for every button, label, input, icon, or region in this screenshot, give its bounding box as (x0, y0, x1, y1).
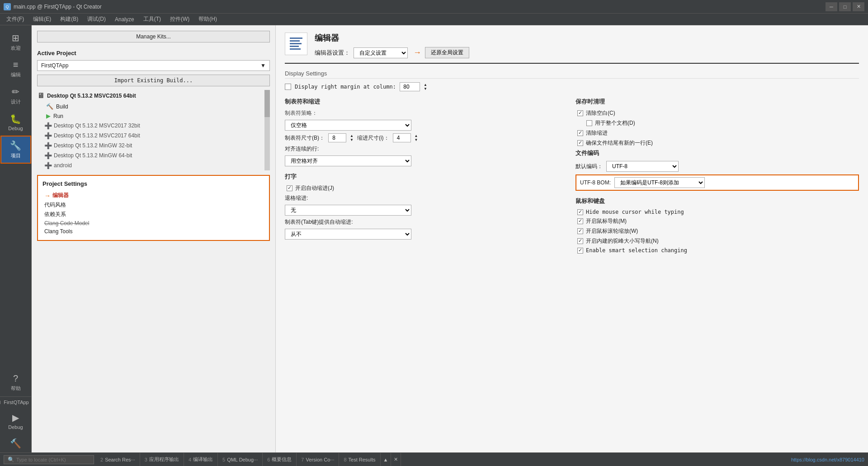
display-margin-checkbox[interactable] (285, 84, 291, 90)
settings-label-clang-tools: Clang Tools (44, 228, 72, 235)
menu-tools[interactable]: 工具(T) (139, 14, 165, 24)
kit-scroll-thumb[interactable] (264, 90, 270, 117)
menu-debug[interactable]: 调试(D) (83, 14, 110, 24)
auto-indent-row: 开启自动缩进(J) (285, 184, 568, 192)
maximize-button[interactable]: □ (839, 2, 851, 11)
status-tab-buildout[interactable]: 4 编译输出 (184, 453, 218, 466)
status-close-btn[interactable]: ✕ (391, 453, 401, 466)
search-input[interactable] (16, 457, 84, 462)
status-tab-summary[interactable]: 6 概要信息 (263, 453, 297, 466)
tab-label-version: Version Co··· (306, 457, 334, 462)
smart-selection-checkbox[interactable] (577, 248, 583, 254)
manage-kits-button[interactable]: Manage Kits... (37, 31, 270, 42)
backspace-label: 退格缩进: (285, 194, 308, 202)
tab-size-label: 制表符尺寸(B)： (285, 134, 325, 142)
kit-sub-5[interactable]: ➕ android (37, 160, 261, 170)
status-tab-qml[interactable]: 5 QML Debug··· (218, 453, 263, 466)
utf8bom-row: UTF-8 BOM: 如果编码是UTF-8则添加 (576, 174, 859, 191)
kit-sub-3[interactable]: ➕ Desktop Qt 5.13.2 MinGW 32-bit (37, 141, 261, 151)
entire-doc-checkbox[interactable] (586, 120, 592, 126)
tab-label-appout: 应用程序输出 (149, 456, 179, 463)
kit-scrollbar[interactable] (264, 90, 270, 170)
project-dropdown[interactable]: FirstQTApp ▼ (37, 60, 270, 71)
save-clean-section: 保存时清理 清除空白(C) 用于整个文档(D) 清除缩进 (576, 98, 859, 147)
display-margin-spinbox[interactable] (400, 82, 420, 91)
hide-mouse-checkbox[interactable] (577, 209, 583, 215)
kit-sub-label-3: Desktop Qt 5.13.2 MinGW 32-bit (54, 142, 132, 149)
close-button[interactable]: ✕ (853, 2, 864, 11)
ensure-newline-checkbox[interactable] (577, 140, 583, 146)
kit-build-item[interactable]: 🔨 Build (37, 102, 261, 111)
sidebar-item-welcome[interactable]: ⊞ 欢迎 (0, 29, 31, 55)
menu-edit[interactable]: 编辑(E) (28, 14, 56, 24)
mouse-nav-checkbox[interactable] (577, 218, 583, 224)
sidebar-item-debug[interactable]: 🐛 Debug (0, 110, 31, 135)
camelcase-checkbox[interactable] (577, 238, 583, 244)
tab-auto-select[interactable]: 从不 (285, 229, 411, 240)
statusbar-left: 🔍 2 Search Res··· 3 应用程序输出 4 编译输出 5 QML … (4, 453, 401, 466)
indent-size-spinbox[interactable] (393, 133, 411, 142)
utf8bom-select[interactable]: 如果编码是UTF-8则添加 (614, 177, 705, 188)
tab-policy-label: 制表符策略： (285, 109, 321, 117)
status-tab-tests[interactable]: 8 Test Results (339, 453, 380, 466)
sidebar-item-edit[interactable]: ≡ 编辑 (0, 56, 31, 82)
tab-num-8: 8 (344, 457, 346, 462)
kit-sub-4[interactable]: ➕ Desktop Qt 5.13.2 MinGW 64-bit (37, 151, 261, 160)
sidebar-item-debug2[interactable]: ▶ Debug (0, 409, 31, 433)
import-existing-build-button[interactable]: Import Existing Build... (37, 75, 270, 86)
settings-label-deps: 依赖关系 (44, 211, 66, 218)
hide-mouse-row: Hide mouse cursor while typing (576, 209, 859, 215)
settings-item-deps[interactable]: 依赖关系 (42, 210, 264, 219)
menu-build[interactable]: 构建(B) (56, 14, 83, 24)
status-expand-btn[interactable]: ▲ (381, 453, 392, 466)
mouse-wheel-label: 开启鼠标滚轮缩放(W) (586, 227, 638, 235)
status-tab-version[interactable]: 7 Version Co··· (297, 453, 339, 466)
auto-indent-checkbox[interactable] (287, 185, 292, 191)
sidebar-item-design[interactable]: ✏ 设计 (0, 83, 31, 109)
spinbox-arrows2-icon: ▲▼ (350, 134, 354, 142)
kit-sub-label-1: Desktop Qt 5.13.2 MSVC2017 32bit (54, 122, 140, 129)
tab-num-5: 5 (222, 457, 225, 462)
settings-item-clang-model[interactable]: Clang Code Model (42, 219, 264, 227)
status-tab-search[interactable]: 2 Search Res··· (96, 453, 140, 466)
tab-size-spinbox[interactable] (328, 133, 346, 142)
sidebar: ⊞ 欢迎 ≡ 编辑 ✏ 设计 🐛 Debug 🔧 项目 ? 帮助 🖥 First… (0, 25, 32, 452)
clean-indent-checkbox[interactable] (577, 130, 583, 136)
search-box[interactable]: 🔍 (4, 455, 94, 464)
sidebar-item-help[interactable]: ? 帮助 (0, 370, 31, 395)
default-encoding-select[interactable]: UTF-8 (606, 161, 679, 172)
settings-item-editor[interactable]: → 编辑器 (42, 191, 264, 200)
clean-whitespace-checkbox[interactable] (577, 110, 583, 116)
settings-item-codestyle[interactable]: 代码风格 (42, 200, 264, 210)
sidebar-item-build2[interactable]: 🔨 (0, 434, 31, 452)
kit-sub-2[interactable]: ➕ Desktop Qt 5.13.2 MSVC2017 64bit (37, 131, 261, 141)
default-encoding-label: 默认编码： (576, 163, 603, 170)
status-tab-appout[interactable]: 3 应用程序输出 (140, 453, 184, 466)
spinbox-arrows3-icon: ▲▼ (415, 134, 418, 142)
minimize-button[interactable]: ─ (826, 2, 837, 11)
settings-arrow-icon: → (44, 192, 51, 199)
statusbar-url[interactable]: https://blog.csdn.net/x879014410 (791, 457, 864, 462)
tab-policy-select[interactable]: 仅空格 (285, 120, 411, 131)
kit-sub-label-5: android (54, 162, 72, 169)
menu-controls[interactable]: 控件(W) (165, 14, 194, 24)
kit-run-item[interactable]: ▶ Run (37, 111, 261, 121)
mouse-keyboard-title: 鼠标和键盘 (576, 197, 859, 205)
menu-help[interactable]: 帮助(H) (194, 14, 222, 24)
backspace-select[interactable]: 无 (285, 205, 411, 216)
tab-label-qml: QML Debug··· (227, 457, 258, 462)
kit-sub-1[interactable]: ➕ Desktop Qt 5.13.2 MSVC2017 32bit (37, 121, 261, 131)
menu-analyze[interactable]: Analyze (110, 15, 139, 24)
settings-item-clang-tools[interactable]: Clang Tools (42, 227, 264, 235)
tab-num-2: 2 (100, 457, 103, 462)
mouse-wheel-checkbox[interactable] (577, 228, 583, 234)
tab-indent-section: 制表符和缩进 制表符策略： 仅空格 制表符尺寸(B)： ▲▼ (285, 98, 568, 166)
sidebar-item-project[interactable]: 🔧 项目 (0, 136, 31, 164)
settings-label-clang-model: Clang Code Model (44, 220, 89, 226)
align-select[interactable]: 用空格对齐 (285, 155, 411, 166)
editor-setting-select[interactable]: 自定义设置 (354, 47, 408, 58)
entire-doc-label: 用于整个文档(D) (595, 119, 635, 127)
menu-file[interactable]: 文件(F) (2, 14, 28, 24)
reset-global-button[interactable]: 还原全局设置 (425, 47, 469, 58)
add-icon-4: ➕ (44, 152, 52, 159)
